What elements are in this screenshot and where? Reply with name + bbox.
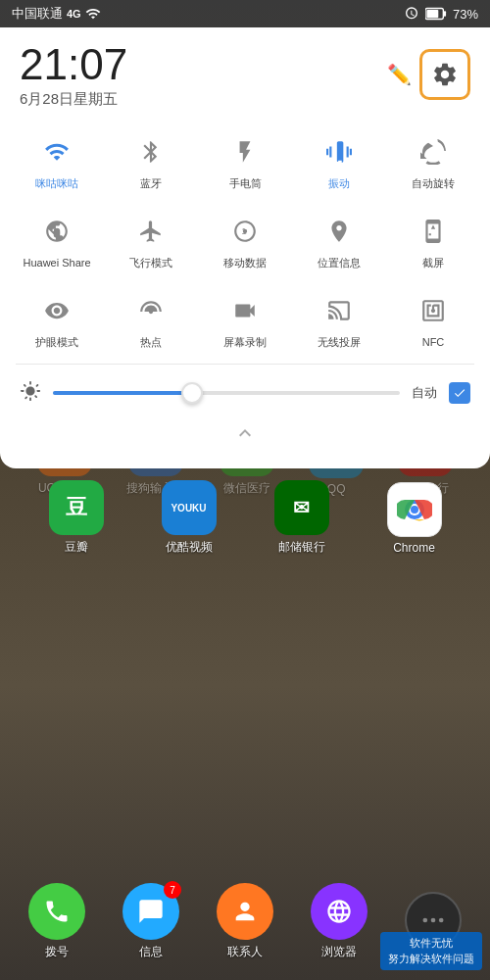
time-right: ✏️ — [387, 49, 470, 100]
svg-text:1: 1 — [241, 225, 246, 236]
time-display: 21:07 6月28日星期五 — [20, 43, 127, 109]
brightness-fill — [53, 391, 192, 395]
settings-button[interactable] — [419, 49, 470, 100]
toggle-location[interactable]: 位置信息 — [292, 200, 386, 279]
toggle-wireless[interactable]: 无线投屏 — [292, 279, 386, 359]
dock-contacts[interactable]: 联系人 — [217, 883, 273, 960]
dock-browser[interactable]: 浏览器 — [311, 883, 368, 960]
douban-icon: 豆 — [49, 480, 104, 535]
flashlight-icon — [232, 139, 258, 165]
carrier-text: 中国联通 — [12, 5, 63, 23]
chrome-icon — [387, 482, 442, 537]
toggles-grid-row1: 咪咕咪咕 蓝牙 手电筒 — [0, 121, 490, 200]
vibrate-icon — [326, 139, 352, 165]
youku-label: 优酷视频 — [166, 539, 213, 556]
autorotate-icon — [420, 139, 446, 165]
contacts-icon — [217, 883, 273, 940]
toggle-vibrate[interactable]: 振动 — [292, 121, 386, 200]
chrome-svg — [397, 492, 432, 527]
status-left: 中国联通 4G — [12, 5, 101, 23]
time-hour: 21:07 — [20, 43, 127, 86]
panel-divider — [16, 364, 474, 365]
check-icon — [453, 386, 466, 400]
bluetooth-icon — [138, 139, 164, 165]
wireless-label: 无线投屏 — [318, 336, 361, 349]
svg-point-10 — [431, 917, 436, 922]
wifi-toggle-icon — [44, 139, 70, 165]
toggle-autorotate[interactable]: 自动旋转 — [386, 121, 480, 200]
toggles-grid-row3: 护眼模式 热点 屏幕录制 — [0, 279, 490, 359]
wifi-label: 咪咕咪咕 — [35, 177, 78, 190]
toggles-grid-row2: Huawei Share 飞行模式 1 移动数据 — [0, 200, 490, 279]
toggle-bluetooth[interactable]: 蓝牙 — [104, 121, 198, 200]
status-bar: 中国联通 4G 73% — [0, 0, 490, 27]
auto-check[interactable] — [449, 382, 470, 404]
app-chrome[interactable]: Chrome — [387, 482, 442, 555]
postal-icon: ✉ — [274, 480, 329, 535]
brightness-slider[interactable] — [53, 391, 400, 395]
brightness-thumb — [181, 382, 203, 404]
screenshot-icon — [420, 219, 446, 244]
edit-icon[interactable]: ✏️ — [387, 63, 412, 86]
app-youku[interactable]: YOUKU 优酷视频 — [162, 480, 217, 556]
toggle-screenshot[interactable]: 截屏 — [386, 200, 480, 279]
svg-point-8 — [411, 506, 418, 514]
svg-rect-1 — [426, 10, 438, 18]
douban-label: 豆瓣 — [65, 539, 88, 556]
screenshot-label: 截屏 — [422, 257, 444, 270]
messages-icon: 7 — [122, 883, 179, 940]
auto-label: 自动 — [412, 384, 437, 402]
flashlight-label: 手电筒 — [229, 177, 262, 190]
toggle-hotspot[interactable]: 热点 — [104, 279, 198, 359]
person-icon — [231, 898, 259, 925]
main-app-row: 豆 豆瓣 YOUKU 优酷视频 ✉ 邮储银行 Chrome — [0, 480, 490, 556]
app-postal[interactable]: ✉ 邮储银行 — [274, 480, 329, 556]
postal-label: 邮储银行 — [278, 539, 325, 556]
postal-text: ✉ — [293, 496, 310, 519]
toggle-flashlight[interactable]: 手电筒 — [198, 121, 292, 200]
eyecare-icon — [44, 298, 70, 323]
chevron-row[interactable] — [0, 417, 490, 453]
location-icon — [326, 219, 352, 244]
watermark-line1: 软件无忧 — [388, 936, 474, 951]
toggle-screenrecord[interactable]: 屏幕录制 — [198, 279, 292, 359]
status-right: 73% — [404, 6, 478, 22]
bluetooth-label: 蓝牙 — [140, 177, 162, 190]
browser-icon — [311, 883, 368, 940]
youku-icon: YOUKU — [162, 480, 217, 535]
chrome-label: Chrome — [393, 541, 435, 555]
nfc-label: NFC — [422, 336, 445, 349]
douban-icon-text: 豆 — [66, 493, 87, 522]
battery-percent: 73% — [453, 7, 478, 22]
wireless-icon — [326, 298, 352, 323]
globe-icon — [325, 898, 353, 925]
eyecare-label: 护眼模式 — [35, 336, 78, 349]
brightness-icon — [20, 380, 41, 406]
hotspot-icon — [138, 298, 164, 323]
svg-point-11 — [439, 917, 444, 922]
toggle-wifi[interactable]: 咪咕咪咕 — [10, 121, 104, 200]
svg-rect-2 — [444, 11, 446, 17]
toggle-eyecare[interactable]: 护眼模式 — [10, 279, 104, 359]
toggle-airplane[interactable]: 飞行模式 — [104, 200, 198, 279]
screenrecord-label: 屏幕录制 — [223, 336, 267, 349]
nfc-icon — [420, 298, 446, 323]
wifi-icon — [85, 6, 101, 22]
watermark: 软件无忧 努力解决软件问题 — [380, 932, 482, 970]
airplane-label: 飞行模式 — [129, 257, 172, 270]
youku-text: YOUKU — [171, 503, 206, 514]
mobiledata-icon: 1 — [232, 219, 258, 244]
dock-dialer[interactable]: 拨号 — [28, 883, 85, 960]
dock-messages[interactable]: 7 信息 — [122, 883, 179, 960]
hotspot-label: 热点 — [140, 336, 162, 349]
watermark-line2: 努力解决软件问题 — [388, 952, 474, 966]
mobiledata-label: 移动数据 — [223, 257, 267, 270]
airplane-icon — [138, 219, 164, 244]
toggle-mobiledata[interactable]: 1 移动数据 — [198, 200, 292, 279]
browser-label: 浏览器 — [321, 944, 357, 960]
app-douban[interactable]: 豆 豆瓣 — [49, 480, 104, 556]
toggle-huaweishare[interactable]: Huawei Share — [10, 200, 104, 279]
time-area: 21:07 6月28日星期五 ✏️ — [0, 27, 490, 121]
toggle-nfc[interactable]: NFC — [386, 279, 480, 359]
contacts-label: 联系人 — [227, 944, 263, 960]
